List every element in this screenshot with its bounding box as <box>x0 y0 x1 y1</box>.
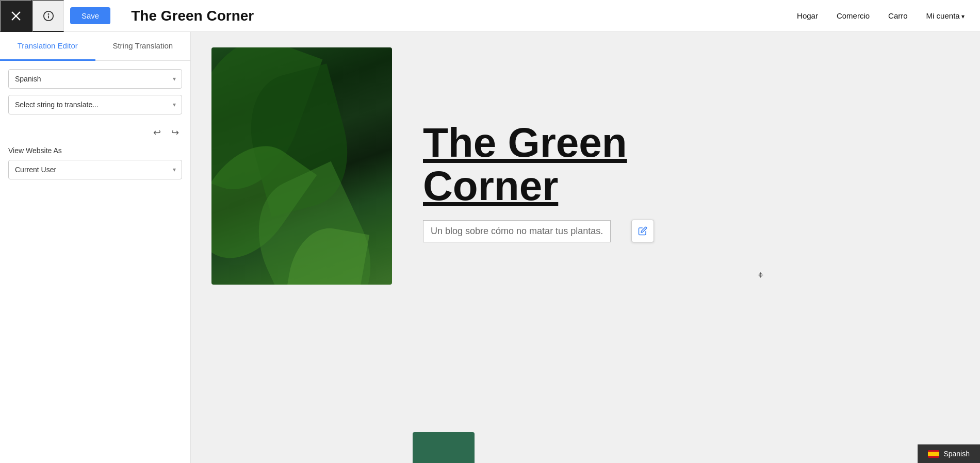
site-title: The Green Corner <box>131 8 797 24</box>
view-as-section: View Website As Current User Guest Admin… <box>0 142 190 179</box>
view-as-select-wrapper: Current User Guest Admin ▾ <box>8 160 182 179</box>
info-button[interactable] <box>32 0 64 32</box>
nav-carro[interactable]: Carro <box>888 11 908 20</box>
top-nav: Hogar Comercio Carro Mi cuenta <box>797 11 965 20</box>
main-layout: Translation Editor String Translation Sp… <box>0 32 980 463</box>
hero-text-area: The Green Corner Un blog sobre cómo no m… <box>392 47 627 285</box>
edit-pencil-button[interactable] <box>631 220 654 242</box>
language-select-wrapper: Spanish French German Italian ▾ <box>8 69 182 89</box>
panel-content: Spanish French German Italian ▾ Select s… <box>0 61 190 123</box>
hero-image <box>211 47 392 285</box>
close-button[interactable] <box>0 0 32 32</box>
hero-title-line2: Corner <box>423 163 558 209</box>
view-as-select[interactable]: Current User Guest Admin <box>8 160 182 179</box>
view-as-label: View Website As <box>8 146 182 155</box>
hero-title-line1: The Green <box>423 120 627 166</box>
undo-button[interactable]: ↩ <box>150 125 164 140</box>
nav-hogar[interactable]: Hogar <box>797 11 818 20</box>
spanish-language-badge[interactable]: Spanish <box>918 444 980 463</box>
nav-comercio[interactable]: Comercio <box>837 11 870 20</box>
undo-redo-bar: ↩ ↪ <box>0 123 190 142</box>
tab-bar: Translation Editor String Translation <box>0 32 190 61</box>
string-select-wrapper: Select string to translate... ▾ <box>8 95 182 114</box>
hero-subtitle-wrap: Un blog sobre cómo no matar tus plantas. <box>423 220 627 242</box>
tab-translation-editor[interactable]: Translation Editor <box>0 32 95 61</box>
tab-string-translation[interactable]: String Translation <box>95 32 191 61</box>
nav-micuenta[interactable]: Mi cuenta <box>926 11 965 20</box>
left-panel: Translation Editor String Translation Sp… <box>0 32 191 463</box>
preview-content: The Green Corner Un blog sobre cómo no m… <box>191 32 980 300</box>
hero-title: The Green Corner <box>423 121 627 208</box>
save-button[interactable]: Save <box>70 7 110 24</box>
string-select[interactable]: Select string to translate... <box>8 95 182 114</box>
spanish-badge-label: Spanish <box>943 450 970 458</box>
hero-subtitle[interactable]: Un blog sobre cómo no matar tus plantas. <box>423 220 611 242</box>
language-select[interactable]: Spanish French German Italian <box>8 69 182 89</box>
svg-rect-6 <box>928 452 939 456</box>
redo-button[interactable]: ↪ <box>168 125 182 140</box>
spanish-flag-icon <box>928 450 939 458</box>
preview-area: The Green Corner Un blog sobre cómo no m… <box>191 32 980 463</box>
cta-button-partial[interactable] <box>413 432 475 463</box>
top-bar: Save The Green Corner Hogar Comercio Car… <box>0 0 980 32</box>
